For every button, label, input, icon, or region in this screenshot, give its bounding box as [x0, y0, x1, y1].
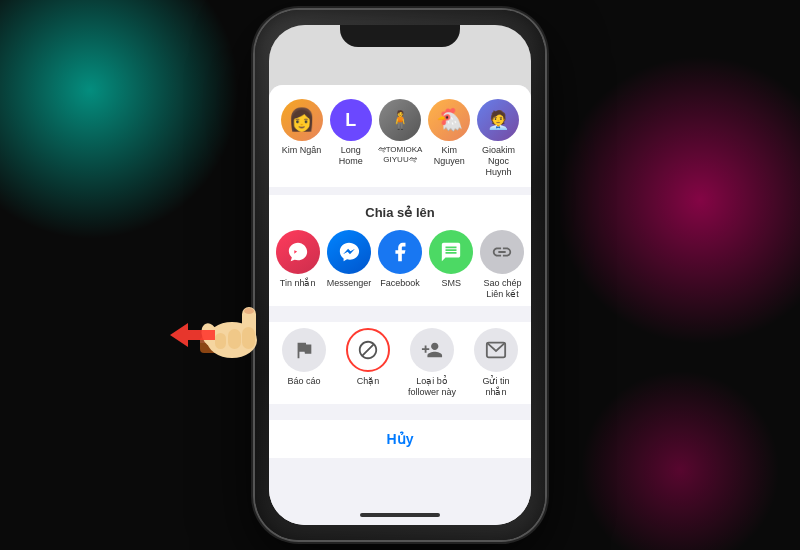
remove-follower-icon	[421, 339, 443, 361]
share-label: Facebook	[380, 278, 420, 289]
messenger-icon-circle	[327, 230, 371, 274]
tin-nhan-icon-circle	[276, 230, 320, 274]
chan-icon-circle	[346, 328, 390, 372]
share-item-tin-nhan[interactable]: Tin nhắn	[273, 230, 322, 289]
contact-name: Gioakim Ngoc Huynh	[476, 145, 520, 177]
notch	[340, 25, 460, 47]
avatar: 🧑‍💼	[477, 99, 519, 141]
share-section: Chia sẻ lên Tin nhắn	[269, 195, 531, 306]
copy-icon-circle	[480, 230, 524, 274]
contact-name: 🛩TOMIOKA GIYUU🛩	[375, 145, 424, 164]
block-icon	[357, 339, 379, 361]
share-label: SMS	[441, 278, 461, 289]
sms-icon-circle	[429, 230, 473, 274]
phone-wrapper: 👩 Kim Ngân L Long Home 🧍	[240, 5, 560, 545]
share-label: Sao chép Liên kết	[478, 278, 527, 300]
svg-rect-7	[215, 333, 226, 349]
avatar-emoji: 🧑‍💼	[487, 109, 509, 131]
share-item-messenger[interactable]: Messenger	[324, 230, 373, 289]
facebook-icon-circle	[378, 230, 422, 274]
avatar: L	[330, 99, 372, 141]
share-item-facebook[interactable]: Facebook	[375, 230, 424, 289]
avatar-initial: L	[345, 110, 356, 131]
gui-tin-nhan-icon-circle	[474, 328, 518, 372]
messenger-icon	[338, 241, 360, 263]
facebook-icon	[389, 241, 411, 263]
loai-bo-icon-circle	[410, 328, 454, 372]
pink-glow	[560, 50, 800, 350]
contact-item: 👩 Kim Ngân	[277, 99, 326, 156]
section-divider-3	[269, 404, 531, 412]
share-item-copy[interactable]: Sao chép Liên kết	[478, 230, 527, 300]
action-item-gui-tin-nhan[interactable]: Gửi tin nhắn	[465, 328, 527, 398]
contact-item: L Long Home	[326, 99, 375, 167]
contact-name: Long Home	[329, 145, 373, 167]
teal-glow	[0, 0, 240, 240]
share-title: Chia sẻ lên	[269, 205, 531, 220]
contact-item: 🧑‍💼 Gioakim Ngoc Huynh	[474, 99, 523, 177]
svg-point-8	[244, 308, 254, 314]
contacts-row: 👩 Kim Ngân L Long Home 🧍	[269, 85, 531, 187]
cancel-label: Hủy	[387, 431, 414, 447]
action-icons-row: Báo cáo Chặn	[269, 328, 531, 398]
sms-icon	[440, 241, 462, 263]
share-sheet: 👩 Kim Ngân L Long Home 🧍	[269, 85, 531, 525]
phone-frame: 👩 Kim Ngân L Long Home 🧍	[255, 10, 545, 540]
avatar-emoji: 👩	[288, 107, 315, 133]
avatar-emoji: 🐔	[436, 107, 463, 133]
hand-cursor	[170, 285, 300, 385]
tin-nhan-icon	[287, 241, 309, 263]
contact-item: 🧍 🛩TOMIOKA GIYUU🛩	[375, 99, 424, 164]
section-divider	[269, 187, 531, 195]
avatar-emoji: 🧍	[389, 109, 411, 131]
contact-name: Kim Nguyen	[427, 145, 471, 167]
cancel-section[interactable]: Hủy	[269, 420, 531, 458]
svg-rect-6	[228, 329, 241, 349]
svg-rect-5	[242, 327, 255, 349]
avatar: 👩	[281, 99, 323, 141]
avatar: 🧍	[379, 99, 421, 141]
send-message-icon	[485, 339, 507, 361]
section-divider-2	[269, 306, 531, 314]
home-indicator	[360, 513, 440, 517]
phone-screen: 👩 Kim Ngân L Long Home 🧍	[269, 25, 531, 525]
avatar: 🐔	[428, 99, 470, 141]
action-label: Gửi tin nhắn	[471, 376, 521, 398]
action-item-loai-bo[interactable]: Loại bỏ follower này	[401, 328, 463, 398]
contact-name: Kim Ngân	[282, 145, 322, 156]
action-item-chan[interactable]: Chặn	[337, 328, 399, 387]
contact-item: 🐔 Kim Nguyen	[425, 99, 474, 167]
action-label: Loại bỏ follower này	[406, 376, 458, 398]
action-label: Chặn	[357, 376, 380, 387]
share-icons-row: Tin nhắn Messenger	[269, 230, 531, 300]
pink-glow-2	[580, 370, 780, 550]
copy-link-icon	[491, 241, 513, 263]
share-label: Messenger	[327, 278, 371, 289]
action-section: Báo cáo Chặn	[269, 322, 531, 404]
share-item-sms[interactable]: SMS	[427, 230, 476, 289]
